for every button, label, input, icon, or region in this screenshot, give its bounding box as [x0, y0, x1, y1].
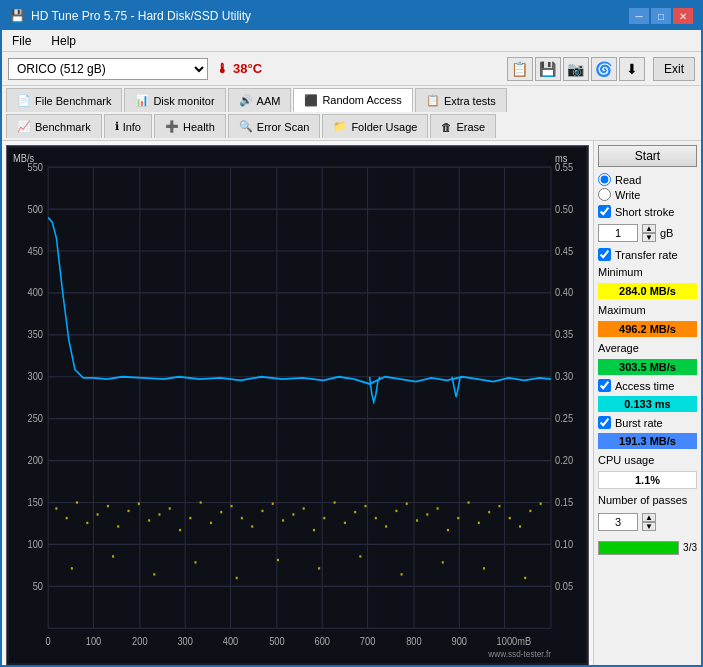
exit-button[interactable]: Exit [653, 57, 695, 81]
svg-rect-89 [354, 511, 356, 513]
svg-rect-86 [323, 517, 325, 519]
svg-rect-82 [282, 519, 284, 521]
svg-text:0.50: 0.50 [555, 203, 573, 215]
svg-rect-94 [406, 503, 408, 505]
tab-error-scan[interactable]: 🔍 Error Scan [228, 114, 321, 138]
info-icon: ℹ [115, 120, 119, 133]
tab-health[interactable]: ➕ Health [154, 114, 226, 138]
menu-help[interactable]: Help [47, 33, 80, 49]
tab-extra-tests[interactable]: 📋 Extra tests [415, 88, 507, 112]
passes-value[interactable] [598, 513, 638, 531]
menu-bar: File Help [2, 30, 701, 52]
tab-erase[interactable]: 🗑 Erase [430, 114, 496, 138]
passes-label: Number of passes [598, 493, 697, 507]
svg-rect-79 [251, 525, 253, 527]
tab-random-access[interactable]: ⬛ Random Access [293, 88, 412, 112]
svg-text:350: 350 [28, 329, 44, 341]
svg-rect-98 [447, 529, 449, 531]
read-write-group: Read Write [598, 173, 697, 201]
svg-rect-62 [76, 501, 78, 503]
progress-text: 3/3 [683, 542, 697, 553]
short-stroke-down[interactable]: ▼ [642, 233, 656, 242]
svg-rect-74 [200, 501, 202, 503]
transfer-rate-checkbox[interactable]: Transfer rate [598, 248, 697, 261]
toolbar-btn-4[interactable]: 🌀 [591, 57, 617, 81]
svg-text:0.20: 0.20 [555, 455, 573, 467]
svg-rect-70 [158, 513, 160, 515]
burst-rate-value: 191.3 MB/s [598, 433, 697, 449]
tab-disk-monitor[interactable]: 📊 Disk monitor [124, 88, 225, 112]
chart-area: MB/s ms [6, 145, 589, 666]
average-label: Average [598, 341, 697, 355]
start-button[interactable]: Start [598, 145, 697, 167]
svg-rect-115 [359, 555, 361, 557]
svg-rect-71 [169, 507, 171, 509]
write-option[interactable]: Write [598, 188, 697, 201]
minimum-value: 284.0 MB/s [598, 283, 697, 299]
access-time-checkbox[interactable]: Access time [598, 379, 697, 392]
svg-rect-110 [153, 573, 155, 575]
average-value: 303.5 MB/s [598, 359, 697, 375]
burst-rate-input[interactable] [598, 416, 611, 429]
short-stroke-checkbox[interactable]: Short stroke [598, 205, 697, 218]
svg-rect-104 [509, 517, 511, 519]
toolbar-btn-5[interactable]: ⬇ [619, 57, 645, 81]
toolbar-btn-1[interactable]: 📋 [507, 57, 533, 81]
aam-icon: 🔊 [239, 94, 253, 107]
svg-rect-88 [344, 522, 346, 524]
progress-row: 3/3 [598, 539, 697, 555]
svg-text:100: 100 [86, 635, 102, 647]
progress-bar [598, 541, 679, 555]
svg-text:0.35: 0.35 [555, 329, 573, 341]
svg-text:0.55: 0.55 [555, 161, 573, 173]
short-stroke-value[interactable] [598, 224, 638, 242]
svg-rect-90 [364, 505, 366, 507]
toolbar-btn-3[interactable]: 📷 [563, 57, 589, 81]
svg-text:450: 450 [28, 245, 44, 257]
app-icon: 💾 [10, 9, 25, 23]
title-bar: 💾 HD Tune Pro 5.75 - Hard Disk/SSD Utili… [2, 2, 701, 30]
maximize-button[interactable]: □ [651, 8, 671, 24]
transfer-rate-input[interactable] [598, 248, 611, 261]
passes-down[interactable]: ▼ [642, 522, 656, 531]
access-time-input[interactable] [598, 379, 611, 392]
tab-file-benchmark[interactable]: 📄 File Benchmark [6, 88, 122, 112]
read-option[interactable]: Read [598, 173, 697, 186]
svg-rect-92 [385, 525, 387, 527]
close-button[interactable]: ✕ [673, 8, 693, 24]
passes-spinners: ▲ ▼ [642, 513, 656, 531]
window-controls: ─ □ ✕ [629, 8, 693, 24]
short-stroke-up[interactable]: ▲ [642, 224, 656, 233]
svg-rect-91 [375, 517, 377, 519]
svg-rect-61 [66, 517, 68, 519]
short-stroke-input[interactable] [598, 205, 611, 218]
tab-info[interactable]: ℹ Info [104, 114, 152, 138]
disk-monitor-icon: 📊 [135, 94, 149, 107]
passes-up[interactable]: ▲ [642, 513, 656, 522]
toolbar-btn-2[interactable]: 💾 [535, 57, 561, 81]
tab-aam[interactable]: 🔊 AAM [228, 88, 292, 112]
svg-rect-64 [97, 513, 99, 515]
svg-text:0: 0 [46, 635, 52, 647]
drive-selector[interactable]: ORICO (512 gB) [8, 58, 208, 80]
burst-rate-checkbox[interactable]: Burst rate [598, 416, 697, 429]
tab-benchmark[interactable]: 📈 Benchmark [6, 114, 102, 138]
minimize-button[interactable]: ─ [629, 8, 649, 24]
svg-rect-69 [148, 519, 150, 521]
svg-text:0.10: 0.10 [555, 538, 573, 550]
svg-rect-63 [86, 522, 88, 524]
svg-rect-100 [468, 501, 470, 503]
svg-rect-97 [437, 507, 439, 509]
thermometer-icon: 🌡 [216, 61, 229, 76]
svg-rect-95 [416, 519, 418, 521]
maximum-label: Maximum [598, 303, 697, 317]
write-radio[interactable] [598, 188, 611, 201]
main-content: MB/s ms [2, 141, 701, 667]
svg-text:0.05: 0.05 [555, 580, 573, 592]
health-icon: ➕ [165, 120, 179, 133]
read-radio[interactable] [598, 173, 611, 186]
svg-rect-84 [303, 507, 305, 509]
svg-rect-68 [138, 503, 140, 505]
menu-file[interactable]: File [8, 33, 35, 49]
tab-folder-usage[interactable]: 📁 Folder Usage [322, 114, 428, 138]
